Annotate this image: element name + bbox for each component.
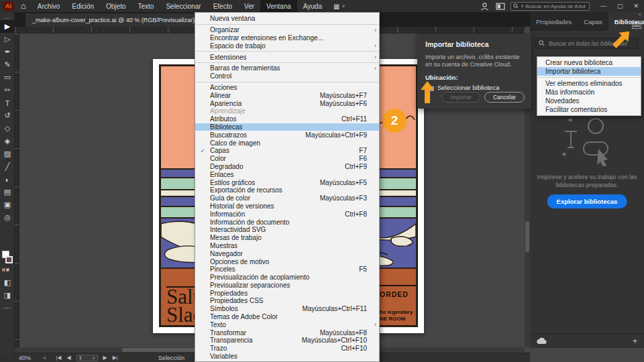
direct-selection-tool[interactable]: ▷ <box>0 33 15 46</box>
menubar-item-objeto[interactable]: Objeto <box>100 0 131 12</box>
menu-item-simbolos[interactable]: SímbolosMayúsculas+Ctrl+F11 <box>195 305 379 313</box>
menu-item-enlaces[interactable]: Enlaces <box>195 170 379 178</box>
menubar-item-archivo[interactable]: Archivo <box>32 0 66 12</box>
screen-mode-icon[interactable]: ◨ <box>0 289 15 302</box>
add-library-item-icon[interactable]: + <box>633 337 637 346</box>
zoom-level[interactable]: 40% <box>19 355 31 361</box>
library-menu-item-mas-informacion[interactable]: Más información <box>537 88 641 97</box>
menu-item-color[interactable]: ColorF6 <box>195 155 379 163</box>
menu-item-capas[interactable]: ✓CapasF7 <box>195 147 379 155</box>
menu-item-acciones[interactable]: Acciones <box>195 84 379 92</box>
menu-item-atributos[interactable]: AtributosCtrl+F11 <box>195 115 379 123</box>
blend-tool[interactable]: ◐ <box>0 173 15 186</box>
explore-libraries-button[interactable]: Explorar bibliotecas <box>547 194 627 208</box>
menu-item-extensiones[interactable]: Extensiones› <box>195 53 379 61</box>
color-mode-swatches[interactable] <box>2 268 9 272</box>
menu-item-nueva-ventana[interactable]: Nueva ventana <box>195 15 379 23</box>
menu-item-guia-de-color[interactable]: Guía de colorMayúsculas+F3 <box>195 194 379 202</box>
next-artboard-icon[interactable]: ▶ <box>103 355 107 361</box>
stroke-color-swatch[interactable] <box>5 256 13 263</box>
menu-item-exportacion-de-recursos[interactable]: Exportación de recursos <box>195 186 379 194</box>
menu-item-historial-de-versiones[interactable]: Historial de versiones <box>195 202 379 210</box>
workspace-switcher-icon[interactable]: ▦ <box>333 3 339 10</box>
paintbrush-tool[interactable]: ✏ <box>0 84 15 97</box>
menu-item-pinceles[interactable]: PincelesF5 <box>195 265 379 274</box>
tab-propiedades[interactable]: Propiedades <box>530 12 578 31</box>
menu-item-estilos-graficos[interactable]: Estilos gráficosMayúsculas+F5 <box>195 178 379 186</box>
menu-item-previsualizacion-de-acoplamiento[interactable]: Previsualización de acoplamiento <box>195 274 379 282</box>
zoom-tool[interactable]: ◎ <box>0 211 15 224</box>
library-menu-item-importar-biblioteca[interactable]: Importar biblioteca <box>537 67 641 76</box>
shape-builder-tool[interactable]: ◈ <box>0 135 15 147</box>
menu-item-informacion[interactable]: InformaciónCtrl+F8 <box>195 210 379 218</box>
help-search[interactable]: ∨ <box>511 2 590 11</box>
minimize-button[interactable]: — <box>595 3 612 9</box>
menu-item-navegador[interactable]: Navegador <box>195 249 379 257</box>
type-tool[interactable]: T <box>0 97 15 109</box>
close-button[interactable]: ✕ <box>628 3 644 9</box>
help-search-input[interactable] <box>524 3 587 10</box>
menu-item-opciones-de-motivo[interactable]: Opciones de motivo <box>195 257 379 265</box>
vscroll-thumb[interactable] <box>525 221 529 252</box>
eyedropper-tool[interactable]: ╱ <box>0 160 15 173</box>
menubar-item-ventana[interactable]: Ventana <box>260 0 297 12</box>
prev-artboard-icon[interactable]: ◀ <box>66 355 70 361</box>
zoom-chevron-icon[interactable]: ∨ <box>43 355 46 361</box>
tab-capas[interactable]: Capas <box>578 12 608 31</box>
menu-item-informacion-de-documento[interactable]: Información de documento <box>195 218 379 226</box>
scale-tool[interactable]: ◇ <box>0 122 15 135</box>
curvature-tool[interactable]: ✎ <box>0 58 15 71</box>
first-artboard-icon[interactable]: |◀ <box>56 355 61 361</box>
artboard-number-input[interactable]: 1 ∨ <box>76 355 98 361</box>
menu-item-control[interactable]: Control <box>195 72 379 80</box>
library-menu-item-facilitar-comentarios[interactable]: Facilitar comentarios <box>537 105 641 114</box>
draw-mode-icon[interactable]: ◧ <box>0 276 15 289</box>
document-tab[interactable]: _make-album-cover_practice.ai @ 40 % (RG… <box>25 13 213 27</box>
menubar-item-seleccionar[interactable]: Seleccionar <box>160 0 207 12</box>
menu-item-calco-de-imagen[interactable]: Calco de imagen <box>195 139 379 147</box>
workspace-chevron-icon[interactable]: ∨ <box>341 3 345 9</box>
menu-item-propiedades-css[interactable]: Propiedades CSS <box>195 297 379 305</box>
home-icon[interactable]: ⌂ <box>21 1 26 11</box>
menu-item-previsualizar-separaciones[interactable]: Previsualizar separaciones <box>195 282 379 290</box>
menubar-item-texto[interactable]: Texto <box>132 0 160 12</box>
rectangle-tool[interactable]: ▭ <box>0 71 15 84</box>
artboard-tool[interactable]: ▣ <box>0 198 15 211</box>
library-menu-item-novedades[interactable]: Novedades <box>537 97 641 105</box>
artboard-chevron-icon[interactable]: ∨ <box>92 355 95 360</box>
import-button[interactable]: Importar <box>441 92 480 103</box>
menu-item-barras-de-herramientas[interactable]: Barras de herramientas› <box>195 64 379 72</box>
menubar-item-ver[interactable]: Ver <box>238 0 260 12</box>
menu-item-alinear[interactable]: AlinearMayúsculas+F7 <box>195 91 379 99</box>
menu-item-propiedades[interactable]: Propiedades <box>195 289 379 297</box>
menu-item-degradado[interactable]: DegradadoCtrl+F9 <box>195 163 379 171</box>
select-library-button[interactable]: Seleccionar biblioteca <box>425 84 523 91</box>
cloud-sync-icon[interactable] <box>537 338 547 345</box>
menu-item-transformar[interactable]: TransformarMayúsculas+F8 <box>195 328 379 337</box>
share-screen-icon[interactable] <box>496 3 505 10</box>
gradient-tool[interactable]: ▨ <box>0 147 15 160</box>
collapse-panel-icon[interactable]: » <box>639 11 641 17</box>
menu-item-interactividad-svg[interactable]: Interactividad SVG <box>195 226 379 234</box>
none-swatch-icon[interactable] <box>6 268 9 272</box>
color-swatch-icon[interactable] <box>2 268 5 272</box>
pen-tool[interactable]: ✒ <box>0 46 15 58</box>
cancel-button[interactable]: Cancelar <box>484 92 525 103</box>
menu-item-variables[interactable]: Variables <box>195 353 379 361</box>
rotate-tool[interactable]: ↺ <box>0 109 15 122</box>
last-artboard-icon[interactable]: ▶| <box>113 355 118 361</box>
menu-item-trazo[interactable]: TrazoCtrl+F10 <box>195 345 379 353</box>
menu-item-transparencia[interactable]: TransparenciaMayúsculas+Ctrl+F10 <box>195 337 379 345</box>
account-icon[interactable] <box>480 2 489 11</box>
menu-item-espacio-de-trabajo[interactable]: Espacio de trabajo› <box>195 42 379 50</box>
maximize-button[interactable]: ▢ <box>612 3 629 9</box>
selection-tool[interactable]: ▶ <box>0 20 15 33</box>
menu-item-apariencia[interactable]: AparienciaMayúsculas+F6 <box>195 99 379 107</box>
panel-menu-icon[interactable] <box>632 21 641 29</box>
menu-item-texto[interactable]: Texto› <box>195 320 379 328</box>
menu-item-mesas-de-trabajo[interactable]: Mesas de trabajo <box>195 234 379 242</box>
symbol-sprayer-tool[interactable]: ▤ <box>0 186 15 198</box>
menu-item-buscatrazos[interactable]: BuscatrazosMayúsculas+Ctrl+F9 <box>195 131 379 139</box>
menu-item-bibliotecas[interactable]: Bibliotecas <box>195 123 379 131</box>
menu-item-encontrar-extensiones-en-exchange[interactable]: Encontrar extensiones en Exchange... <box>195 34 379 42</box>
